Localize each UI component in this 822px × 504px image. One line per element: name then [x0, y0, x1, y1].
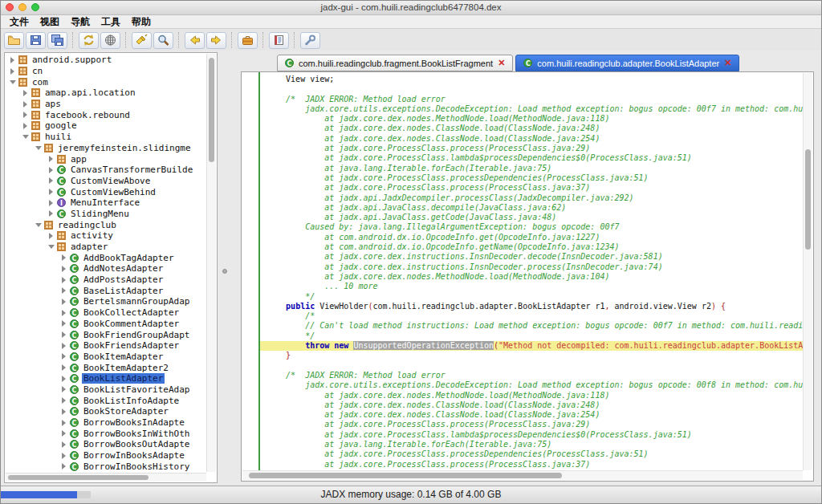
chevron-right-icon[interactable]	[59, 254, 68, 261]
back-button[interactable]	[185, 32, 205, 49]
chevron-right-icon[interactable]	[47, 177, 55, 184]
tree-item-BookFriendGroupAdapt[interactable]: CBookFriendGroupAdapt	[5, 329, 206, 340]
tree-item-AddPostsAdapter[interactable]: CAddPostsAdapter	[5, 274, 206, 286]
chevron-right-icon[interactable]	[59, 299, 68, 305]
tree-item-SlidingMenu[interactable]: CSlidingMenu	[5, 209, 206, 220]
tree-item-CanvasTransformerBuilde[interactable]: CCanvasTransformerBuilde	[5, 165, 206, 176]
chevron-right-icon[interactable]	[47, 210, 55, 217]
chevron-right-icon[interactable]	[59, 266, 68, 272]
tree-item-BorrowBooksInAdapte[interactable]: CBorrowBooksInAdapte	[5, 417, 206, 429]
tree-item-BookItemAdapter[interactable]: CBookItemAdapter	[5, 352, 206, 363]
tree-item-BookListInfoAdapte[interactable]: CBookListInfoAdapte	[5, 395, 206, 406]
editor-vscroll-thumb[interactable]	[805, 149, 811, 250]
chevron-right-icon[interactable]	[21, 101, 30, 108]
chevron-down-icon[interactable]	[21, 135, 30, 139]
tree-item-BookStoreAdapter[interactable]: CBookStoreAdapter	[5, 406, 206, 417]
chevron-right-icon[interactable]	[47, 167, 55, 173]
tree-hscroll-thumb[interactable]	[8, 475, 149, 480]
chevron-right-icon[interactable]	[59, 320, 68, 327]
chevron-right-icon[interactable]	[47, 156, 55, 162]
open-project-button[interactable]	[238, 32, 258, 49]
chevron-right-icon[interactable]	[59, 430, 68, 437]
tree-item-BookItemAdapter2[interactable]: CBookItemAdapter2	[5, 362, 206, 373]
save-all-button[interactable]	[26, 32, 46, 49]
chevron-right-icon[interactable]	[8, 57, 17, 63]
menu-item-1[interactable]: 视图	[35, 15, 65, 29]
tree-item-BookListFavoriteAdap[interactable]: CBookListFavoriteAdap	[5, 384, 206, 396]
search-class-button[interactable]	[153, 32, 173, 49]
tree-item-google[interactable]: google	[5, 120, 206, 132]
tree-item-aps[interactable]: aps	[5, 99, 206, 110]
tree-item-MenuInterface[interactable]: IMenuInterface	[5, 197, 206, 209]
chevron-right-icon[interactable]	[59, 364, 68, 371]
tab-1[interactable]: Ccom.huili.readingclub.adapter.BookListA…	[515, 55, 739, 71]
open-file-button[interactable]	[4, 32, 24, 49]
tab-close-icon[interactable]: ✕	[724, 59, 731, 67]
tree-item-amap.api.location[interactable]: amap.api.location	[5, 87, 206, 99]
tree-item-adapter[interactable]: adapter	[5, 242, 206, 253]
tab-0[interactable]: Ccom.huili.readingclub.fragment.BookList…	[277, 55, 513, 71]
menu-item-2[interactable]: 导航	[65, 15, 96, 29]
tree-item-BookListAdapter[interactable]: CBookListAdapter	[5, 373, 206, 384]
tab-close-icon[interactable]: ✕	[498, 59, 505, 67]
tree-item-android.support[interactable]: android.support	[5, 55, 206, 66]
code-editor[interactable]: View view; /* JADX ERROR: Method load er…	[241, 71, 814, 482]
tree-item-AddNotesAdapter[interactable]: CAddNotesAdapter	[5, 263, 206, 274]
menu-item-3[interactable]: 工具	[96, 15, 126, 29]
search-text-button[interactable]	[132, 32, 152, 49]
tree-item-CustomViewAbove[interactable]: CCustomViewAbove	[5, 176, 206, 187]
split-divider[interactable]	[218, 51, 230, 488]
chevron-right-icon[interactable]	[21, 90, 30, 96]
chevron-right-icon[interactable]	[47, 200, 55, 206]
tree-item-CustomViewBehind[interactable]: CCustomViewBehind	[5, 186, 206, 197]
chevron-down-icon[interactable]	[47, 245, 55, 249]
tree-item-BookFriendsAdapter[interactable]: CBookFriendsAdapter	[5, 340, 206, 352]
tree-item-activity[interactable]: activity	[5, 230, 206, 242]
chevron-right-icon[interactable]	[47, 233, 55, 239]
tree-item-BookCollectAdapter[interactable]: CBookCollectAdapter	[5, 307, 206, 319]
tree-horizontal-scrollbar[interactable]	[6, 473, 206, 482]
tree-item-BorrowBooksOutAdapte[interactable]: CBorrowBooksOutAdapte	[5, 439, 206, 450]
chevron-down-icon[interactable]	[8, 80, 17, 84]
menu-item-4[interactable]: 帮助	[126, 15, 157, 29]
export-button[interactable]	[47, 32, 67, 49]
tree-item-facebook.rebound[interactable]: facebook.rebound	[5, 109, 206, 120]
chevron-down-icon[interactable]	[34, 223, 43, 227]
chevron-right-icon[interactable]	[59, 287, 68, 294]
chevron-right-icon[interactable]	[21, 123, 30, 129]
chevron-right-icon[interactable]	[59, 376, 68, 382]
menu-item-0[interactable]: 文件	[4, 15, 35, 29]
forward-button[interactable]	[206, 32, 226, 49]
tree-item-AddBookTagAdapter[interactable]: CAddBookTagAdapter	[5, 252, 206, 263]
tree-item-huili[interactable]: huili	[5, 132, 206, 143]
chevron-right-icon[interactable]	[59, 420, 68, 426]
editor-hscroll-thumb[interactable]	[249, 473, 562, 478]
preferences-button[interactable]	[300, 32, 320, 49]
tree-item-jeremyfeinstein.slidingme[interactable]: jeremyfeinstein.slidingme	[5, 143, 206, 154]
tree-item-BorrowInBooksHistory[interactable]: CBorrowInBooksHistory	[5, 461, 206, 472]
chevron-right-icon[interactable]	[59, 386, 68, 392]
chevron-right-icon[interactable]	[8, 68, 17, 75]
editor-vertical-scrollbar[interactable]	[803, 73, 812, 470]
chevron-right-icon[interactable]	[59, 463, 68, 469]
tree-item-BorrowInBooksAdapte[interactable]: CBorrowInBooksAdapte	[5, 450, 206, 461]
tree-item-com[interactable]: com	[5, 76, 206, 87]
chevron-right-icon[interactable]	[59, 343, 68, 349]
reload-button[interactable]	[79, 32, 99, 49]
chevron-right-icon[interactable]	[59, 441, 68, 448]
tree-vertical-scrollbar[interactable]	[206, 54, 216, 472]
chevron-right-icon[interactable]	[21, 112, 30, 118]
chevron-right-icon[interactable]	[59, 310, 68, 316]
tree-item-BookCommentAdapter[interactable]: CBookCommentAdapter	[5, 319, 206, 330]
chevron-right-icon[interactable]	[59, 408, 68, 415]
tree-item-BertelsmannGroupAdap[interactable]: CBertelsmannGroupAdap	[5, 296, 206, 307]
log-viewer-button[interactable]	[269, 32, 289, 49]
tree-item-app[interactable]: app	[5, 153, 206, 165]
chevron-right-icon[interactable]	[59, 397, 68, 404]
chevron-down-icon[interactable]	[34, 146, 43, 150]
chevron-right-icon[interactable]	[59, 277, 68, 283]
tree-item-BorrowBooksInWithOth[interactable]: CBorrowBooksInWithOth	[5, 428, 206, 439]
chevron-right-icon[interactable]	[59, 331, 68, 338]
tree-vscroll-thumb[interactable]	[209, 58, 214, 162]
deobfuscation-button[interactable]	[100, 32, 120, 49]
